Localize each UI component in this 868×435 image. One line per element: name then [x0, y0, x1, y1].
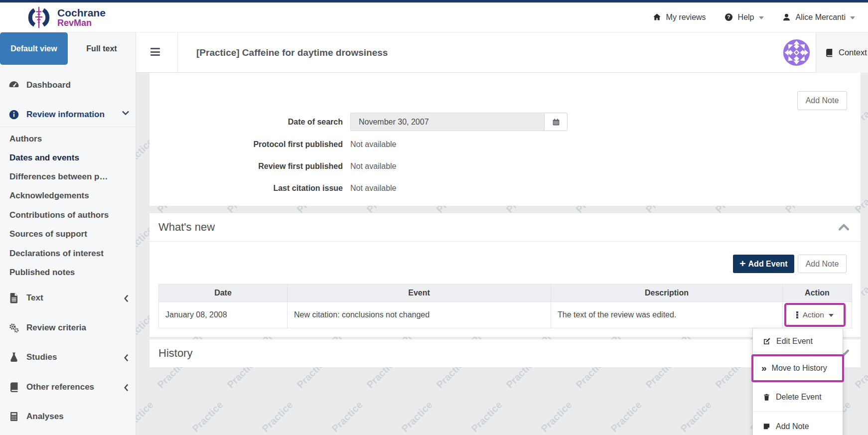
sidebar-item-text[interactable]: Text	[0, 290, 136, 305]
tab-default-view[interactable]: Default view	[0, 32, 68, 65]
sidebar-item-label: Other references	[26, 382, 94, 392]
context-label: Context	[839, 48, 867, 57]
chevron-down-icon	[122, 110, 130, 116]
action-dropdown-button[interactable]: Action	[784, 303, 846, 327]
add-note-button[interactable]: Add Note	[797, 91, 847, 110]
sidebar-item-label: Analyses	[26, 412, 64, 422]
user-menu[interactable]: Alice Mercanti	[782, 12, 855, 22]
sidebar-item-contributions-of-authors[interactable]: Contributions of authors	[0, 208, 136, 223]
cell-event: New citation: conclusions not changed	[288, 302, 551, 328]
plus-icon: +	[739, 258, 745, 269]
section-title: What's new	[158, 221, 215, 234]
menu-item-delete-event[interactable]: Delete Event	[753, 382, 843, 411]
my-reviews-link[interactable]: My reviews	[652, 12, 706, 22]
view-tabs: Default view Full text	[0, 32, 136, 65]
help-label: Help	[738, 13, 754, 22]
menu-item-label: Add Note	[776, 422, 809, 431]
dashboard-icon	[8, 79, 20, 91]
field-value: Not available	[350, 140, 397, 149]
edit-icon	[762, 337, 771, 346]
sidebar-item-published-notes[interactable]: Published notes	[0, 265, 136, 280]
sidebar-item-differences[interactable]: Differences between p…	[0, 169, 136, 184]
review-avatar[interactable]	[782, 38, 811, 67]
field-label: Review first published	[149, 162, 343, 171]
cell-description: The text of the review was edited.	[551, 302, 783, 328]
sidebar-item-label: Review information	[26, 110, 105, 120]
collapse-button[interactable]	[838, 223, 850, 231]
sidebar-item-label: Dates and events	[9, 153, 79, 163]
sidebar-item-review-criteria[interactable]: Review criteria	[0, 320, 136, 335]
menu-item-move-to-history[interactable]: » Move to History	[753, 356, 842, 380]
whats-new-table: Date Event Description Action January 08…	[158, 284, 852, 328]
content-header: [Practice] Caffeine for daytime drowsine…	[136, 32, 868, 73]
menu-item-label: Move to History	[772, 364, 827, 373]
sidebar-item-declarations-of-interest[interactable]: Declarations of interest	[0, 246, 136, 261]
help-icon: ?	[724, 12, 733, 22]
chevron-down-icon	[850, 16, 855, 19]
menu-item-edit-event[interactable]: Edit Event	[753, 328, 843, 354]
chevron-down-icon	[829, 314, 834, 317]
sidebar-item-studies[interactable]: Studies	[0, 350, 136, 365]
revman-app: Cochrane RevMan My reviews ? Help	[0, 0, 868, 435]
sidebar-item-authors[interactable]: Authors	[0, 132, 136, 146]
sidebar-item-label: Declarations of interest	[9, 249, 104, 259]
action-dropdown-menu: Edit Event » Move to History Delete Even…	[752, 328, 843, 435]
double-chevron-right-icon: »	[761, 363, 767, 374]
gears-icon	[8, 322, 20, 334]
sidebar-item-sources-of-support[interactable]: Sources of support	[0, 227, 136, 242]
menu-item-label: Delete Event	[776, 393, 822, 402]
sidebar-item-label: Dashboard	[26, 80, 71, 90]
form-row-last-citation-issue: Last citation issue Not available	[149, 183, 397, 194]
help-menu[interactable]: ? Help	[724, 12, 764, 22]
sidebar-item-review-information[interactable]: Review information	[0, 107, 136, 122]
cell-date: January 08, 2008	[159, 302, 288, 328]
sidebar-item-label: Differences between p…	[9, 172, 108, 182]
sidebar-item-acknowledgements[interactable]: Acknowledgements	[0, 188, 136, 203]
add-note-button[interactable]: Add Note	[798, 255, 847, 273]
context-button[interactable]: Context	[816, 32, 868, 73]
column-header-event: Event	[288, 285, 551, 302]
sidebar-item-label: Authors	[9, 134, 42, 144]
book-icon	[8, 381, 20, 393]
menu-item-label: Edit Event	[776, 337, 813, 346]
chevron-left-icon	[123, 293, 130, 303]
sidebar-item-label: Review criteria	[26, 323, 86, 333]
calendar-icon	[552, 118, 561, 127]
field-label: Last citation issue	[149, 184, 343, 193]
sidebar-item-label: Acknowledgements	[9, 191, 89, 201]
field-label: Protocol first published	[149, 140, 343, 149]
chevron-left-icon	[123, 353, 130, 363]
info-icon	[8, 109, 20, 121]
main-content: PracticePracticePracticePracticePractice…	[136, 73, 868, 435]
sidebar-item-dashboard[interactable]: Dashboard	[0, 78, 136, 93]
sidebar-item-analyses[interactable]: Analyses	[0, 409, 136, 424]
user-icon	[782, 12, 791, 22]
form-row-review-first-published: Review first published Not available	[149, 161, 397, 172]
sidebar-item-label: Text	[26, 293, 43, 303]
whats-new-panel: What's new + Add Event Add Note Date Eve…	[149, 213, 861, 337]
cochrane-logo-icon	[27, 4, 51, 30]
kebab-icon	[796, 311, 798, 319]
sidebar-item-label: Contributions of authors	[9, 210, 109, 220]
sidebar-toggle-button[interactable]	[150, 48, 160, 58]
divider	[177, 32, 178, 72]
form-row-date-of-search: Date of search November 30, 2007	[149, 113, 568, 131]
date-of-search-input[interactable]: November 30, 2007	[350, 113, 544, 131]
menu-item-add-note[interactable]: Add Note	[753, 411, 843, 435]
document-icon	[8, 292, 20, 304]
add-event-button[interactable]: + Add Event	[733, 255, 794, 273]
chevron-up-icon	[838, 223, 850, 231]
calendar-button[interactable]	[544, 113, 568, 131]
user-name-label: Alice Mercanti	[796, 13, 846, 22]
tab-full-text[interactable]: Full text	[68, 32, 136, 65]
my-reviews-label: My reviews	[666, 13, 706, 22]
sidebar-item-other-references[interactable]: Other references	[0, 380, 136, 395]
chevron-left-icon	[123, 383, 130, 393]
dates-panel: Add Note Date of search November 30, 200…	[149, 73, 861, 206]
sidebar-item-label: Studies	[26, 352, 57, 362]
trash-icon	[762, 393, 771, 402]
column-header-date: Date	[159, 285, 288, 302]
sidebar-item-dates-and-events[interactable]: Dates and events	[0, 150, 136, 165]
svg-text:?: ?	[727, 14, 730, 20]
action-button-label: Action	[803, 310, 824, 319]
